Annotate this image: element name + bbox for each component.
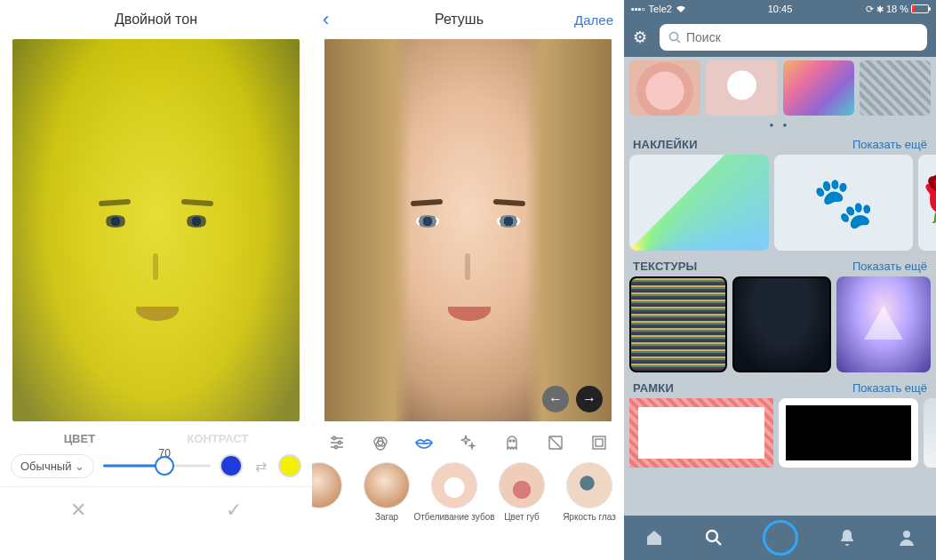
clock-label: 10:45 — [768, 4, 793, 14]
tab-profile[interactable] — [896, 527, 917, 548]
sticker-card-rainbow[interactable] — [629, 155, 769, 251]
preset-label: Отбеливание зубов — [413, 512, 494, 522]
featured-row[interactable] — [624, 57, 936, 119]
tool-category-row — [312, 425, 624, 459]
undo-button[interactable]: ← — [542, 386, 569, 412]
home-icon — [644, 528, 664, 548]
arrow-right-icon: → — [582, 391, 596, 407]
battery-icon — [911, 4, 929, 13]
sticker-card-paw[interactable]: 🐾 — [774, 155, 914, 251]
gear-icon: ⚙ — [633, 28, 647, 46]
redo-button[interactable]: → — [576, 386, 603, 412]
user-icon — [898, 528, 916, 548]
preview-image[interactable]: ← → — [324, 39, 612, 421]
swap-colors-icon[interactable]: ⇄ — [252, 457, 269, 475]
featured-item[interactable] — [860, 60, 931, 116]
textures-row[interactable] — [624, 276, 936, 376]
tab-contrast[interactable]: КОНТРАСТ — [187, 432, 248, 445]
adjust-icon[interactable] — [326, 432, 348, 453]
preview-image[interactable] — [12, 39, 300, 421]
section-title-frames: РАМКИ — [633, 381, 674, 395]
color-swatch-shadow[interactable] — [220, 454, 243, 477]
status-bar: ▪▪▪▫ Tele2 10:45 ⟳ ✱ 18 % — [624, 0, 936, 18]
blend-mode-label: Обычный — [20, 460, 71, 473]
sparkle-icon[interactable] — [457, 432, 478, 453]
search-input[interactable] — [686, 30, 918, 44]
preset-item-lips[interactable]: Цвет губ — [493, 462, 550, 522]
wifi-icon — [676, 4, 686, 13]
show-more-stickers[interactable]: Показать ещё — [852, 138, 927, 151]
frames-row[interactable] — [624, 398, 936, 471]
svg-point-12 — [707, 531, 717, 541]
preset-item-eyes[interactable]: Яркость глаз — [561, 462, 618, 522]
preset-label: Загар — [375, 512, 398, 522]
svg-point-13 — [903, 531, 910, 538]
paw-icon: 🐾 — [812, 173, 875, 232]
duotone-screen: Двойной тон ЦВЕТ КОНТРАСТ Обычный ⌄ 70 ⇄… — [0, 0, 312, 560]
svg-point-1 — [338, 441, 340, 444]
search-bar: ⚙ — [624, 18, 936, 57]
lips-icon[interactable] — [413, 432, 435, 453]
close-icon: ✕ — [70, 499, 86, 522]
tab-home[interactable] — [644, 527, 665, 548]
section-title-stickers: НАКЛЕЙКИ — [633, 138, 698, 151]
library-screen: ▪▪▪▫ Tele2 10:45 ⟳ ✱ 18 % ⚙ — [624, 0, 936, 560]
preset-label: Яркость глаз — [563, 512, 616, 522]
tab-search[interactable] — [703, 527, 724, 548]
tab-notifications[interactable] — [836, 527, 858, 548]
featured-item[interactable] — [629, 60, 700, 116]
frame-card-pink[interactable] — [629, 398, 773, 468]
blend-mode-select[interactable]: Обычный ⌄ — [11, 454, 94, 478]
intensity-slider[interactable]: 70 — [103, 452, 211, 479]
tab-color[interactable]: ЦВЕТ — [64, 432, 96, 445]
color-swatch-highlight[interactable] — [278, 454, 301, 477]
frame-card-plain[interactable] — [924, 398, 936, 468]
bottom-tabbar — [624, 516, 936, 560]
apply-button[interactable]: ✓ — [156, 487, 313, 532]
section-title-textures: ТЕКСТУРЫ — [633, 260, 697, 273]
texture-card-dark[interactable] — [732, 276, 830, 372]
back-button[interactable]: ‹ — [323, 8, 349, 31]
chevron-left-icon: ‹ — [323, 8, 329, 30]
show-more-textures[interactable]: Показать ещё — [852, 260, 927, 273]
svg-rect-10 — [596, 439, 603, 446]
featured-item[interactable] — [783, 60, 854, 116]
frame-icon[interactable] — [588, 432, 610, 453]
filter-icon[interactable] — [370, 432, 391, 453]
stickers-row[interactable]: 🐾 🌹 — [624, 155, 936, 254]
chevron-down-icon: ⌄ — [75, 460, 84, 473]
preset-item[interactable] — [312, 462, 348, 522]
search-icon — [704, 528, 724, 548]
preset-thumb — [431, 462, 477, 508]
preset-item-tan[interactable]: Загар — [358, 462, 415, 522]
texture-card-glitch[interactable] — [629, 276, 727, 372]
svg-point-7 — [513, 440, 515, 442]
texture-card-prism[interactable] — [836, 276, 931, 372]
preset-thumb — [312, 462, 342, 508]
preset-thumb — [499, 462, 545, 508]
retouch-screen: ‹ Ретушь Далее ← → — [312, 0, 624, 560]
next-button[interactable]: Далее — [569, 12, 613, 28]
screen-title: Двойной тон — [0, 0, 312, 39]
screen-title: Ретушь — [435, 12, 484, 28]
rose-icon: 🌹 — [918, 173, 936, 232]
preset-scroll[interactable]: Загар Отбеливание зубов Цвет губ Яркость… — [312, 459, 624, 531]
tab-create[interactable] — [763, 520, 798, 556]
bluetooth-icon: ✱ — [876, 4, 884, 14]
show-more-frames[interactable]: Показать ещё — [852, 381, 927, 395]
duotone-tabs: ЦВЕТ КОНТРАСТ — [0, 425, 312, 449]
search-input-wrapper[interactable] — [660, 24, 927, 51]
sticker-card-rose[interactable]: 🌹 — [918, 155, 936, 251]
frame-card-polaroid[interactable] — [779, 398, 919, 468]
preset-item-teeth[interactable]: Отбеливание зубов — [426, 462, 483, 522]
vignette-icon[interactable] — [545, 432, 566, 453]
slider-thumb[interactable] — [155, 456, 174, 476]
preset-thumb — [566, 462, 612, 508]
check-icon: ✓ — [226, 499, 242, 522]
featured-item[interactable] — [706, 60, 777, 116]
cancel-button[interactable]: ✕ — [0, 487, 156, 532]
page-dots: ● ● — [624, 119, 936, 132]
svg-rect-9 — [593, 436, 605, 449]
settings-button[interactable]: ⚙ — [633, 28, 651, 47]
ghost-icon[interactable] — [501, 432, 523, 453]
